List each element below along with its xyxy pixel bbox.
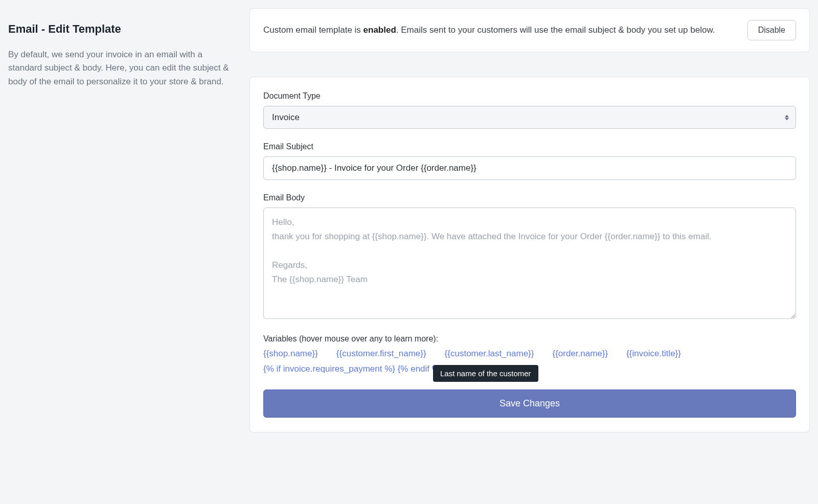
- email-subject-input[interactable]: [263, 156, 796, 180]
- main-column: Custom email template is enabled. Emails…: [249, 8, 810, 432]
- document-type-label: Document Type: [263, 91, 796, 101]
- email-subject-label: Email Subject: [263, 142, 796, 151]
- status-card: Custom email template is enabled. Emails…: [249, 8, 810, 52]
- sidebar-column: Email - Edit Template By default, we sen…: [8, 8, 233, 432]
- email-body-label: Email Body: [263, 193, 796, 202]
- variable-shop-name[interactable]: {{shop.name}}: [263, 349, 318, 359]
- variables-label: Variables (hover mouse over any to learn…: [263, 334, 796, 343]
- form-card: Document Type Invoice Email Subject Emai…: [249, 77, 810, 432]
- variable-if-requires-payment[interactable]: {% if invoice.requires_payment %} {% end…: [263, 364, 443, 374]
- save-changes-button[interactable]: Save Changes: [263, 390, 796, 418]
- document-type-select-wrap: Invoice: [263, 106, 796, 129]
- variable-customer-first-name[interactable]: {{customer.first_name}}: [336, 349, 426, 359]
- disable-button[interactable]: Disable: [747, 20, 796, 40]
- status-text: Custom email template is enabled. Emails…: [263, 24, 735, 37]
- variable-customer-last-name[interactable]: {{customer.last_name}}: [445, 349, 534, 359]
- email-subject-field: Email Subject: [263, 142, 796, 180]
- email-body-field: Email Body: [263, 193, 796, 321]
- page-layout: Email - Edit Template By default, we sen…: [8, 8, 810, 432]
- document-type-field: Document Type Invoice: [263, 91, 796, 129]
- status-suffix: . Emails sent to your customers will use…: [396, 25, 715, 35]
- variable-order-name[interactable]: {{order.name}}: [552, 349, 608, 359]
- page-title: Email - Edit Template: [8, 22, 233, 36]
- variable-invoice-title[interactable]: {{invoice.title}}: [626, 349, 681, 359]
- variables-row: {{shop.name}} {{customer.first_name}} {{…: [263, 349, 796, 374]
- email-body-textarea[interactable]: [263, 208, 796, 319]
- status-enabled-word: enabled: [363, 25, 396, 35]
- variable-tooltip: Last name of the customer: [433, 365, 538, 382]
- variables-section: Variables (hover mouse over any to learn…: [263, 334, 796, 374]
- document-type-select[interactable]: Invoice: [263, 106, 796, 129]
- status-prefix: Custom email template is: [263, 25, 363, 35]
- page-description: By default, we send your invoice in an e…: [8, 48, 233, 88]
